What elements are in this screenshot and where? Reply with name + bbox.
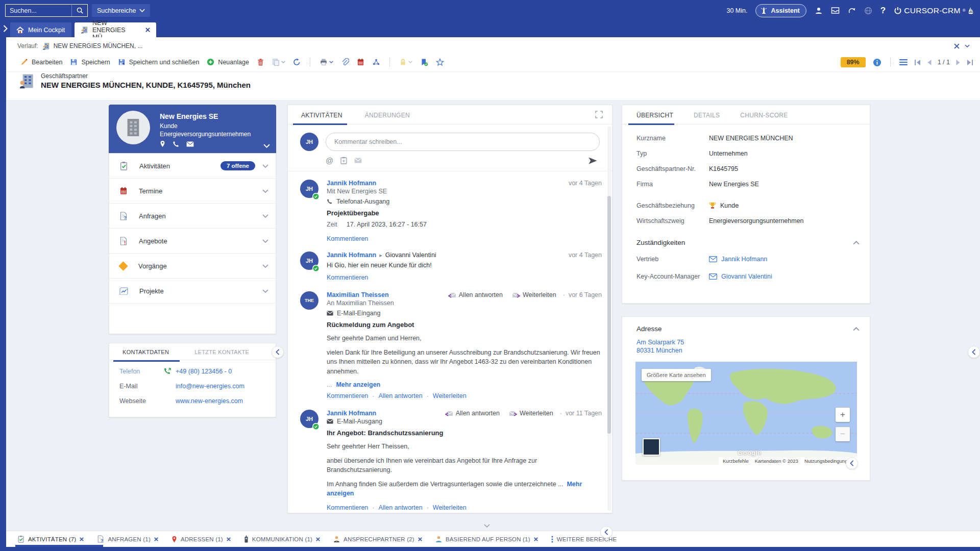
scrollbar[interactable] — [607, 127, 611, 511]
reply-all-link[interactable]: Allen antworten — [368, 504, 422, 511]
help-icon[interactable]: ? — [880, 6, 886, 16]
bottom-tab-kommunikation[interactable]: KOMMUNIKATION (1) — [244, 535, 320, 543]
close-icon[interactable] — [954, 43, 960, 49]
close-icon[interactable] — [80, 537, 84, 541]
view-larger-map-button[interactable]: Größere Karte ansehen — [642, 369, 711, 381]
chevron-down-icon[interactable] — [262, 264, 268, 268]
close-icon[interactable] — [145, 28, 150, 32]
map-inset-thumbnail[interactable] — [643, 438, 660, 456]
map[interactable]: Größere Karte ansehen + − Google Kurzbef… — [635, 362, 857, 465]
close-icon[interactable] — [227, 537, 231, 541]
bookmark-button[interactable] — [420, 58, 428, 66]
globe-icon[interactable] — [864, 7, 872, 15]
chevron-down-icon[interactable] — [262, 189, 268, 193]
forward-link[interactable]: Weiterleiten — [423, 392, 467, 399]
tab-aenderungen[interactable]: ÄNDERUNGEN — [364, 105, 411, 124]
open-count-badge[interactable]: 7 offene — [220, 161, 255, 170]
refresh-button[interactable] — [293, 58, 301, 66]
chevron-up-icon[interactable] — [853, 327, 860, 331]
share-button[interactable] — [372, 58, 380, 66]
entry-author[interactable]: Jannik Hofmann — [327, 410, 376, 417]
chevron-down-icon[interactable] — [262, 164, 268, 168]
entry-author[interactable]: Jannik Hofmann — [327, 252, 376, 259]
collapse-left-panel-handle[interactable] — [272, 346, 284, 358]
last-page-icon[interactable] — [967, 60, 973, 65]
tab-churn-score[interactable]: CHURN-SCORE — [739, 105, 789, 124]
address-city-link[interactable]: 80331 München — [622, 346, 870, 354]
close-icon[interactable] — [316, 537, 320, 541]
tab-record-active[interactable]: NEW ENERGIES MÜ... — [75, 22, 156, 37]
forward-action[interactable]: Weiterleiten — [512, 291, 556, 298]
scroll-down-icon[interactable] — [484, 524, 490, 528]
search-scope-button[interactable]: Suchbereiche — [92, 4, 150, 17]
bottom-tab-anfragen[interactable]: ? ANFRAGEN (1) — [97, 535, 158, 543]
chevron-down-icon[interactable] — [263, 144, 270, 148]
location-pin-icon[interactable] — [160, 140, 165, 147]
user-icon[interactable] — [815, 7, 823, 15]
brand-logo[interactable]: CURSOR-CRM® — [894, 6, 974, 15]
print-button[interactable] — [320, 58, 333, 66]
chevron-down-icon[interactable] — [965, 44, 970, 47]
next-page-icon[interactable] — [956, 60, 961, 65]
responsibility-person[interactable]: Jannik Hofmann — [709, 256, 767, 263]
mention-icon[interactable]: @ — [326, 156, 333, 165]
favorite-button[interactable] — [436, 58, 444, 66]
google-logo[interactable]: Google — [738, 449, 762, 457]
tab-mein-cockpit[interactable]: Mein Cockpit — [10, 22, 71, 37]
comment-link[interactable]: Kommentieren — [327, 392, 368, 399]
lock-button[interactable] — [399, 58, 412, 66]
comment-link[interactable]: Kommentieren — [327, 235, 368, 242]
sidebar-item-aktivitaeten[interactable]: Aktivitäten 7 offene — [109, 154, 276, 179]
comment-link[interactable]: Kommentieren — [327, 504, 368, 511]
edit-button[interactable]: Bearbeiten — [20, 58, 62, 66]
calendar-button[interactable] — [357, 58, 364, 66]
collapse-right-panel-handle[interactable] — [968, 346, 980, 358]
sidebar-item-anfragen[interactable]: ? Anfragen — [109, 204, 276, 229]
assistant-button[interactable]: Assistent — [755, 4, 806, 17]
collapse-map-handle[interactable] — [846, 457, 858, 469]
envelope-icon[interactable] — [354, 158, 362, 163]
comment-input[interactable] — [326, 133, 600, 151]
prev-page-icon[interactable] — [927, 60, 932, 65]
zoom-out-button[interactable]: − — [836, 427, 850, 441]
menu-icon[interactable] — [899, 59, 908, 65]
bottom-tab-aktivitaeten[interactable]: AKTIVITÄTEN (7) — [17, 535, 84, 543]
map-shortcuts-link[interactable]: Kurzbefehle — [723, 458, 749, 464]
fullscreen-icon[interactable] — [595, 111, 603, 118]
responsibility-person[interactable]: Giovanni Valentini — [709, 273, 772, 280]
search-icon[interactable] — [72, 5, 87, 16]
collapse-feed-panel-handle[interactable] — [600, 526, 612, 538]
data-quality-badge[interactable]: 89% — [841, 57, 866, 67]
chevron-down-icon[interactable] — [262, 214, 268, 218]
create-button[interactable]: Neuanlage — [207, 58, 249, 66]
copy-button[interactable] — [272, 58, 285, 66]
close-icon[interactable] — [534, 537, 538, 541]
entry-author[interactable]: Maximilian Theissen — [327, 291, 389, 298]
tab-kontaktdaten[interactable]: KONTAKTDATEN — [119, 343, 172, 360]
tab-letzte-kontakte[interactable]: LETZTE KONTAKTE — [191, 343, 252, 360]
close-icon[interactable] — [418, 537, 422, 541]
mail-icon[interactable] — [186, 140, 194, 147]
inbox-icon[interactable] — [831, 7, 840, 14]
sidebar-item-angebote[interactable]: ! Angebote — [109, 229, 276, 254]
tab-uebersicht[interactable]: ÜBERSICHT — [635, 105, 674, 124]
zoom-in-button[interactable]: + — [836, 408, 850, 422]
info-icon[interactable] — [873, 58, 881, 67]
show-more-link[interactable]: Mehr anzeigen — [336, 381, 380, 388]
send-icon[interactable] — [588, 157, 598, 165]
tab-aktivitaeten[interactable]: AKTIVITÄTEN — [300, 105, 344, 124]
sidebar-item-vorgaenge[interactable]: Vorgänge — [109, 254, 276, 279]
address-street-link[interactable]: Am Solarpark 75 — [622, 333, 870, 346]
entry-recipient[interactable]: Giovanni Valentini — [385, 252, 436, 259]
scrollbar-thumb[interactable] — [607, 196, 611, 434]
global-search[interactable] — [5, 4, 88, 17]
save-button[interactable]: Speichern — [70, 58, 110, 66]
bottom-tab-ansprechpartner[interactable]: ANSPRECHPARTNER (2) — [333, 536, 422, 543]
chevron-right-icon[interactable] — [3, 25, 8, 32]
reply-all-link[interactable]: Allen antworten — [368, 392, 422, 399]
redo-icon[interactable] — [848, 7, 856, 14]
reply-all-action[interactable]: Allen antworten — [448, 291, 503, 298]
close-icon[interactable] — [154, 537, 158, 541]
first-page-icon[interactable] — [915, 60, 921, 65]
bottom-tab-basierend-auf-person[interactable]: BASIEREND AUF PERSON (1) — [435, 536, 538, 543]
